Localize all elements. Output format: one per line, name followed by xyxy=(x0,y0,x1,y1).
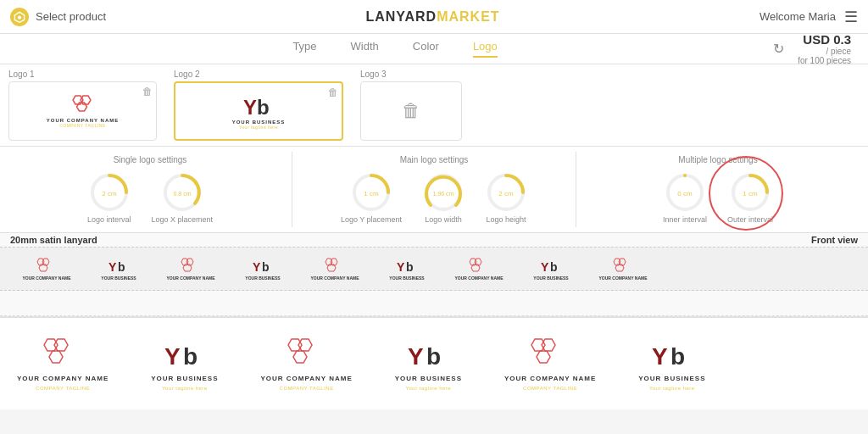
bottom-logo-yb-1: Y b YOUR BUSINESS Your tagline here xyxy=(151,337,218,391)
welcome-label: Welcome Maria xyxy=(760,10,836,23)
logo-slot-3: Logo 3 🗑 xyxy=(360,70,462,141)
preview-header: 20mm satin lanyard Front view xyxy=(0,233,868,247)
lanyard-strip-top: YOUR COMPANY NAME Yb YOUR BUSINESS YOUR … xyxy=(0,247,868,291)
tab-width[interactable]: Width xyxy=(351,40,379,58)
tab-right: ↻ USD 0.3 / piece for 100 pieces xyxy=(773,32,851,65)
svg-marker-51 xyxy=(293,351,307,363)
logo-width-knob: 1.96 cm Logo width xyxy=(422,171,465,224)
logo1-delete-icon[interactable]: 🗑 xyxy=(142,86,153,97)
svg-marker-23 xyxy=(39,264,47,271)
multiple-logo-settings: Multiple logo settings 0 cm Inner interv… xyxy=(576,152,860,227)
brand-logo-badge xyxy=(10,8,29,26)
svg-text:b: b xyxy=(550,260,558,274)
svg-marker-38 xyxy=(471,264,480,271)
svg-text:Y: Y xyxy=(253,260,261,274)
multiple-knobs: 0 cm Inner interval 1 cm Outer interval xyxy=(585,171,851,224)
logo2-tagline: Your tagline here xyxy=(239,125,278,130)
refresh-icon[interactable]: ↻ xyxy=(773,41,784,57)
svg-marker-33 xyxy=(327,264,336,271)
svg-text:Y: Y xyxy=(243,96,257,119)
svg-text:b: b xyxy=(262,260,270,274)
bottom-logo-yb-2: Y b YOUR BUSINESS Your tagline here xyxy=(395,337,462,391)
select-product-button[interactable]: Select product xyxy=(36,10,106,23)
svg-text:b: b xyxy=(183,343,198,370)
svg-marker-43 xyxy=(615,264,624,271)
svg-marker-28 xyxy=(183,264,192,271)
svg-text:b: b xyxy=(118,260,125,274)
svg-text:Y: Y xyxy=(652,343,668,370)
price-value: USD 0.3 xyxy=(798,32,851,47)
svg-marker-56 xyxy=(537,351,550,363)
logo2-thumb[interactable]: 🗑 Y b YOUR BUSINESS Your tagline here xyxy=(174,81,343,141)
price-block: USD 0.3 / piece for 100 pieces xyxy=(798,32,851,65)
logo-item: YOUR COMPANY NAME xyxy=(8,258,85,281)
svg-text:1 cm: 1 cm xyxy=(743,190,758,198)
logo-item: Yb YOUR BUSINESS xyxy=(229,258,297,281)
header-left: Select product xyxy=(10,8,106,26)
outer-interval-label: Outer interval xyxy=(727,215,773,224)
logo-x-knob: 0.8 cm Logo X placement xyxy=(151,171,213,224)
svg-text:Y: Y xyxy=(164,343,181,370)
header: Select product LANYARDMARKET Welcome Mar… xyxy=(0,0,868,34)
svg-text:Y: Y xyxy=(408,343,424,370)
bottom-preview-strip: YOUR COMPANY NAME COMPANY TAGLINE Y b YO… xyxy=(0,316,868,409)
hamburger-menu[interactable]: ☰ xyxy=(844,8,858,26)
svg-text:1.96 cm: 1.96 cm xyxy=(433,191,454,197)
svg-text:Y: Y xyxy=(397,260,405,274)
logo-item: YOUR COMPANY NAME xyxy=(153,258,229,281)
lanyard-label: 20mm satin lanyard xyxy=(10,235,97,245)
inner-interval-label: Inner interval xyxy=(663,215,707,224)
logo-width-label: Logo width xyxy=(425,215,462,224)
logo-y-label: Logo Y placement xyxy=(341,215,402,224)
tab-type[interactable]: Type xyxy=(292,40,316,58)
logo3-label: Logo 3 xyxy=(360,70,387,79)
preview-area: 20mm satin lanyard Front view YOUR COMPA… xyxy=(0,233,868,409)
logo1-content: YOUR COMPANY NAME COMPANY TAGLINE xyxy=(9,82,156,140)
logo-item: Yb YOUR BUSINESS xyxy=(517,258,585,281)
svg-point-1 xyxy=(18,15,21,19)
main-knobs: 1 cm Logo Y placement 1.96 cm Logo width… xyxy=(301,171,567,224)
logo1-tagline: COMPANY TAGLINE xyxy=(59,123,106,128)
per-piece-label: / piece xyxy=(798,47,851,56)
logo2-delete-icon[interactable]: 🗑 xyxy=(328,86,338,98)
tab-bar: Type Width Color Logo ↻ USD 0.3 / piece … xyxy=(0,34,868,64)
tab-color[interactable]: Color xyxy=(413,40,439,58)
logo-interval-knob: 2 cm Logo interval xyxy=(87,171,131,224)
svg-marker-50 xyxy=(298,339,312,351)
logo1-thumb[interactable]: 🗑 YOUR COMPANY NAME COMPANY TAGLINE xyxy=(8,81,157,141)
logo-item: Yb YOUR BUSINESS xyxy=(373,258,441,281)
logo-slot-2: Logo 2 🗑 Y b YOUR BUSINESS Your tagline … xyxy=(174,70,343,141)
tab-logo[interactable]: Logo xyxy=(473,40,498,58)
svg-text:2 cm: 2 cm xyxy=(102,190,117,198)
logo-y-knob: 1 cm Logo Y placement xyxy=(341,171,402,224)
svg-marker-54 xyxy=(531,339,545,351)
svg-marker-44 xyxy=(44,339,58,351)
svg-text:2 cm: 2 cm xyxy=(498,190,514,198)
svg-marker-4 xyxy=(76,103,86,111)
logo-interval-label: Logo interval xyxy=(87,215,131,224)
logo-height-knob: 2 cm Logo height xyxy=(485,171,527,224)
bottom-logo-honeycomb-2: YOUR COMPANY NAME COMPANY TAGLINE xyxy=(261,337,353,391)
logo-item: YOUR COMPANY NAME xyxy=(297,258,373,281)
logo2-content: Y b YOUR BUSINESS Your tagline here xyxy=(175,83,342,139)
logo-item: YOUR COMPANY NAME xyxy=(585,258,661,281)
brand-name: LANYARDMARKET xyxy=(365,9,499,25)
main-logo-settings: Main logo settings 1 cm Logo Y placement… xyxy=(292,152,576,227)
multiple-settings-title: Multiple logo settings xyxy=(585,155,851,164)
settings-row: Single logo settings 2 cm Logo interval … xyxy=(0,147,868,233)
pieces-label: for 100 pieces xyxy=(798,56,851,65)
svg-text:1 cm: 1 cm xyxy=(364,190,379,198)
inner-interval-knob: 0 cm Inner interval xyxy=(663,171,707,224)
logo3-thumb[interactable]: 🗑 xyxy=(360,81,462,141)
svg-marker-46 xyxy=(49,351,63,363)
logo-x-label: Logo X placement xyxy=(151,215,213,224)
logo-item: Yb YOUR BUSINESS xyxy=(85,258,153,281)
logo1-label: Logo 1 xyxy=(8,70,35,79)
svg-text:0 cm: 0 cm xyxy=(677,190,693,198)
bottom-logo-yb-3: Y b YOUR BUSINESS Your tagline here xyxy=(638,337,705,391)
svg-marker-45 xyxy=(54,339,68,351)
single-logo-settings: Single logo settings 2 cm Logo interval … xyxy=(8,152,292,227)
svg-text:b: b xyxy=(670,343,685,370)
svg-text:Y: Y xyxy=(108,260,117,274)
svg-text:0.8 cm: 0.8 cm xyxy=(173,191,191,197)
